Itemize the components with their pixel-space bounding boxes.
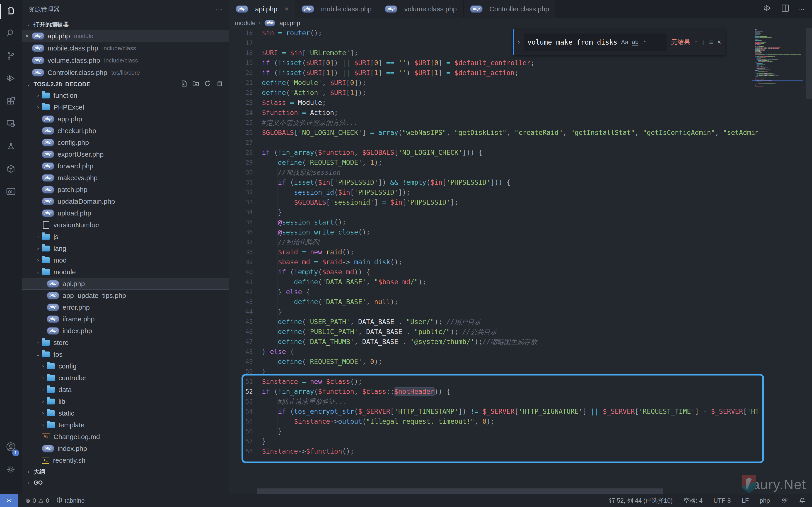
sidebar-more-icon[interactable]: ⋯ <box>216 6 223 13</box>
code-line-33: 33 $GLOBALS['sessionid'] = $in['PHPSESSI… <box>229 198 758 207</box>
sidebar-item-search[interactable] <box>0 23 22 45</box>
breadcrumb[interactable]: module › php api.php <box>229 18 812 28</box>
tree-item-module[interactable]: ⌄module <box>22 266 229 278</box>
tab-volume.class.php[interactable]: phpvolume.class.php <box>378 0 464 18</box>
tree-item-upload-php[interactable]: phpupload.php <box>22 207 229 219</box>
php-icon: php <box>42 139 54 147</box>
php-icon: php <box>47 303 59 311</box>
tree-item-patch-php[interactable]: phppatch.php <box>22 184 229 195</box>
tree-item-template[interactable]: ›template <box>22 419 229 431</box>
tree-item-PHPExcel[interactable]: ›PHPExcel <box>22 101 229 113</box>
sidebar-item-source-control[interactable] <box>0 45 22 68</box>
tree-item-lib[interactable]: ›lib <box>22 396 229 407</box>
language-mode[interactable]: php <box>760 497 770 504</box>
tree-item-app-update-tips-php[interactable]: phpapp_update_tips.php <box>22 290 229 301</box>
more-actions-icon[interactable]: ⋯ <box>798 5 805 13</box>
code-editor[interactable]: 16$in = router();1718$URI = $in['URLremo… <box>229 28 812 494</box>
php-icon: php <box>42 115 54 123</box>
tree-item-js[interactable]: ›js <box>22 231 229 243</box>
next-match-icon[interactable]: ↓ <box>702 38 705 46</box>
problems-button[interactable]: ⊗0 ⚠0 <box>26 497 49 504</box>
sidebar-item-remote-explorer[interactable] <box>0 113 22 136</box>
feedback-icon[interactable] <box>781 497 788 504</box>
tree-item-app-php[interactable]: phpapp.php <box>22 113 229 125</box>
tree-item-function[interactable]: ›function <box>22 90 229 101</box>
tree-item-index-php[interactable]: phpindex.php <box>22 325 229 337</box>
account-button[interactable]: 1 <box>0 436 22 459</box>
encoding[interactable]: UTF-8 <box>713 497 731 504</box>
sidebar-item-extensions[interactable] <box>0 91 22 113</box>
sidebar-item-package[interactable] <box>0 159 22 181</box>
new-folder-icon[interactable] <box>192 80 199 89</box>
notifications-bell-icon[interactable] <box>799 497 806 504</box>
tree-item-tos[interactable]: ⌄tos <box>22 349 229 360</box>
folder-icon <box>42 257 50 263</box>
find-in-selection-icon[interactable]: ≡ <box>709 38 713 46</box>
tree-item-checkuri-php[interactable]: phpcheckuri.php <box>22 125 229 137</box>
tabnine-status[interactable]: tabnine <box>56 497 85 505</box>
tree-item-index-php[interactable]: phpindex.php <box>22 443 229 454</box>
tab-mobile.class.php[interactable]: phpmobile.class.php <box>295 0 378 18</box>
minimap[interactable] <box>752 28 803 494</box>
tree-item-controller[interactable]: ›controller <box>22 372 229 384</box>
run-debug-icon[interactable] <box>763 3 773 15</box>
package-box-icon <box>5 163 16 176</box>
toggle-replace-icon[interactable]: › <box>518 39 520 45</box>
tree-item-updataDomain-php[interactable]: phpupdataDomain.php <box>22 195 229 207</box>
horizontal-scrollbar[interactable] <box>257 489 663 494</box>
open-editor-item[interactable]: ×phpmobile.class.phpinclude/class <box>22 42 229 54</box>
tree-item-mod[interactable]: ›mod <box>22 255 229 266</box>
tree-item-ChangeLog-md[interactable]: M↓ChangeLog.md <box>22 431 229 443</box>
open-editors-header[interactable]: ⌄ 打开的编辑器 <box>22 19 229 30</box>
sidebar-item-codeql[interactable]: QL <box>0 181 22 204</box>
tree-item-static[interactable]: ›static <box>22 407 229 419</box>
eol[interactable]: LF <box>742 497 749 504</box>
find-input[interactable]: volume_make_from_disks Aa ab .* <box>524 34 667 51</box>
collapse-all-icon[interactable] <box>216 80 223 89</box>
split-editor-icon[interactable] <box>781 4 790 14</box>
close-icon[interactable]: × <box>22 33 32 40</box>
find-query[interactable]: volume_make_from_disks <box>527 38 617 46</box>
close-icon[interactable]: × <box>717 38 721 46</box>
tree-item-iframe-php[interactable]: phpiframe.php <box>22 313 229 325</box>
sidebar-item-explorer[interactable] <box>0 0 22 23</box>
breadcrumb-folder[interactable]: module <box>235 19 256 27</box>
workspace-header[interactable]: ⌄ TOS4.2.28_DECODE <box>22 79 229 90</box>
tree-item-data[interactable]: ›data <box>22 384 229 396</box>
tree-item-error-php[interactable]: phperror.php <box>22 301 229 313</box>
new-file-icon[interactable] <box>180 80 188 89</box>
settings-button[interactable] <box>0 459 22 482</box>
tree-item-config-php[interactable]: phpconfig.php <box>22 137 229 149</box>
remote-indicator[interactable] <box>0 494 18 507</box>
whole-word-icon[interactable]: ab <box>632 39 639 46</box>
outline-section[interactable]: › 大纲 <box>22 466 229 477</box>
indentation[interactable]: 空格: 4 <box>683 497 703 505</box>
previous-match-icon[interactable]: ↑ <box>694 38 698 46</box>
breadcrumb-file[interactable]: api.php <box>280 19 300 27</box>
regex-icon[interactable]: .* <box>642 39 646 46</box>
sidebar-item-testing[interactable] <box>0 136 22 159</box>
go-section[interactable]: › GO <box>22 477 229 488</box>
tree-item-lang[interactable]: ›lang <box>22 243 229 255</box>
sidebar-item-run-debug[interactable] <box>0 68 22 91</box>
cursor-position[interactable]: 行 52, 列 44 (已选择10) <box>609 497 673 505</box>
tree-item-versionNumber[interactable]: versionNumber <box>22 219 229 231</box>
open-editor-item[interactable]: ×phpvolume.class.phpinclude/class <box>22 54 229 66</box>
tree-item-store[interactable]: ›store <box>22 337 229 349</box>
tab-Controller.class.php[interactable]: phpController.class.php <box>464 0 556 18</box>
tree-item-exportUser-php[interactable]: phpexportUser.php <box>22 149 229 160</box>
tree-item-forward-php[interactable]: phpforward.php <box>22 160 229 172</box>
refresh-icon[interactable] <box>204 80 211 89</box>
tab-api.php[interactable]: phpapi.php× <box>229 0 295 18</box>
close-icon[interactable]: × <box>285 5 288 13</box>
tree-item-api-php[interactable]: phpapi.php <box>22 278 229 290</box>
tree-item-config[interactable]: ›config <box>22 360 229 372</box>
open-editor-item[interactable]: ×phpapi.phpmodule <box>22 30 229 42</box>
open-editor-item[interactable]: ×phpController.class.phptos/lib/core <box>22 66 229 79</box>
tree-item-recently-sh[interactable]: >_recently.sh <box>22 454 229 466</box>
vertical-scrollbar[interactable] <box>806 28 812 99</box>
tree-item-makecvs-php[interactable]: phpmakecvs.php <box>22 172 229 184</box>
php-icon: php <box>302 5 314 13</box>
match-case-icon[interactable]: Aa <box>621 39 628 46</box>
find-widget[interactable]: › volume_make_from_disks Aa ab .* 无结果 ↑ … <box>513 29 725 55</box>
